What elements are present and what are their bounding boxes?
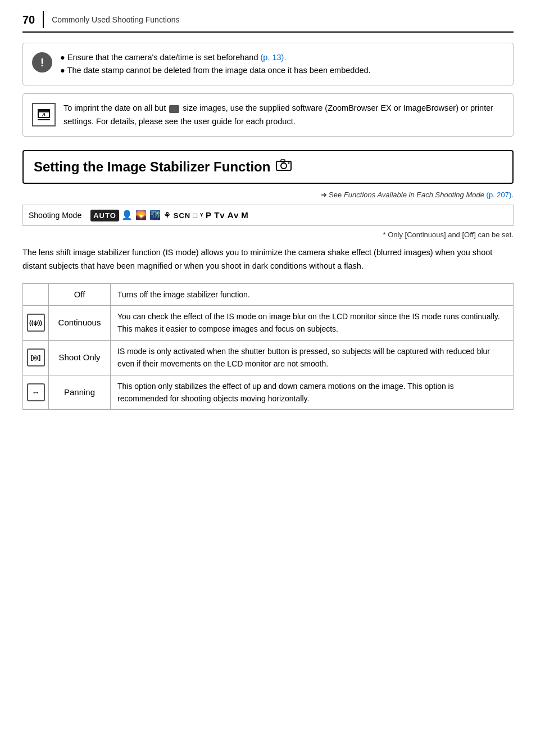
table-row-shoot-only: [◎] Shoot Only IS mode is only activated… — [23, 340, 514, 375]
warning-link: (p. 13). — [261, 53, 287, 62]
off-mode-cell: Off — [49, 283, 111, 306]
shoot-desc-cell: IS mode is only activated when the shutt… — [111, 340, 514, 375]
mode-p: P — [206, 209, 212, 222]
warning-bullet-2: ● The date stamp cannot be deleted from … — [60, 64, 371, 77]
mode-m: M — [241, 209, 249, 222]
shooting-mode-label: Shooting Mode — [29, 210, 81, 221]
section-title-box: Setting the Image Stabilizer Function — [22, 150, 514, 184]
is-table: Off Turns off the image stabilizer funct… — [22, 283, 514, 410]
mode-video: ᵞ — [200, 210, 203, 221]
warning-icon: ! — [32, 52, 52, 73]
panning-desc-cell: This option only stabilizes the effect o… — [111, 375, 514, 410]
page-number: 70 — [22, 11, 44, 28]
panning-icon-symbol: ↔ — [32, 387, 40, 399]
mode-av: Av — [228, 209, 239, 222]
panning-mode-cell: Panning — [49, 375, 111, 410]
mode-night: 🌃 — [149, 209, 161, 222]
continuous-mode-cell: Continuous — [49, 306, 111, 341]
continuous-desc-cell: You can check the effect of the IS mode … — [111, 306, 514, 341]
mode-scn: SCN — [174, 210, 190, 221]
shoot-mode-cell: Shoot Only — [49, 340, 111, 375]
shooting-modes-icons: AUTO 👤 🌄 🌃 ⚘ SCN □ ᵞ P Tv Av M — [90, 209, 249, 222]
see-note-link: (p. 207). — [487, 191, 514, 199]
mode-special: ⚘ — [163, 210, 171, 221]
continuous-icon: ((ψ)) — [27, 314, 45, 332]
see-note-italic: Functions Available in Each Shooting Mod… — [344, 191, 484, 199]
table-row-continuous: ((ψ)) Continuous You can check the effec… — [23, 306, 514, 341]
info-text: To imprint the date on all but size imag… — [63, 102, 504, 128]
continuous-icon-cell: ((ψ)) — [23, 306, 49, 341]
mode-square: □ — [193, 210, 198, 221]
shoot-icon: [◎] — [27, 348, 45, 366]
off-icon-cell — [23, 283, 49, 306]
panning-icon: ↔ — [27, 383, 45, 401]
page-header: 70 Commonly Used Shooting Functions — [22, 11, 514, 33]
shoot-icon-symbol: [◎] — [31, 353, 40, 363]
warning-icon-symbol: ! — [40, 57, 44, 68]
info-box: A To imprint the date on all but size im… — [22, 93, 514, 136]
section-title: Setting the Image Stabilizer Function — [34, 157, 270, 177]
table-row-panning: ↔ Panning This option only stabilizes th… — [23, 375, 514, 410]
shoot-icon-cell: [◎] — [23, 340, 49, 375]
svg-point-1 — [281, 163, 287, 169]
mode-auto: AUTO — [90, 210, 119, 222]
info-icon: A — [32, 103, 56, 126]
mode-landscape: 🌄 — [135, 209, 147, 222]
asterisk-note: * Only [Continuous] and [Off] can be set… — [22, 229, 514, 241]
svg-point-3 — [288, 162, 290, 164]
panning-icon-cell: ↔ — [23, 375, 49, 410]
warning-box: ! ● Ensure that the camera's date/time i… — [22, 43, 514, 85]
table-row-off: Off Turns off the image stabilizer funct… — [23, 283, 514, 306]
continuous-icon-symbol: ((ψ)) — [29, 318, 42, 328]
off-desc-cell: Turns off the image stabilizer function. — [111, 283, 514, 306]
page-subtitle: Commonly Used Shooting Functions — [52, 14, 179, 26]
size-icon — [169, 105, 179, 113]
see-note: ➜ See Functions Available in Each Shooti… — [22, 189, 514, 201]
description-paragraph: The lens shift image stabilizer function… — [22, 246, 514, 273]
shooting-mode-row: Shooting Mode AUTO 👤 🌄 🌃 ⚘ SCN □ ᵞ P Tv … — [22, 205, 514, 226]
camera-icon — [276, 159, 292, 175]
warning-bullet-1: ● Ensure that the camera's date/time is … — [60, 51, 371, 64]
mode-portrait: 👤 — [121, 209, 133, 222]
warning-text: ● Ensure that the camera's date/time is … — [60, 51, 371, 77]
mode-tv: Tv — [214, 209, 225, 222]
